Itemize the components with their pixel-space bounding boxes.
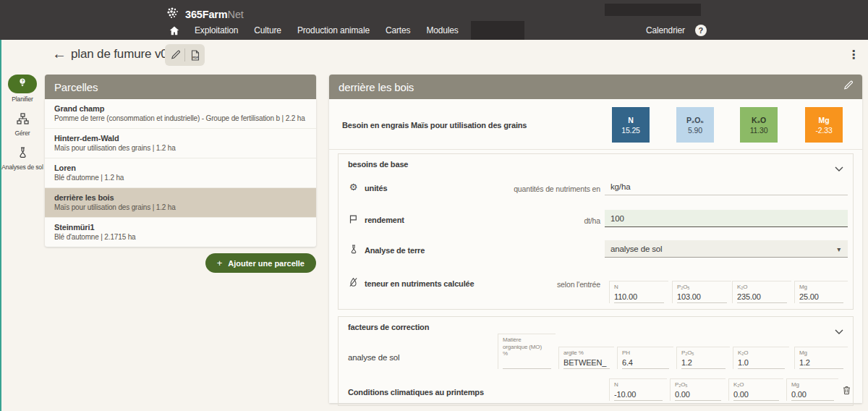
parcel-item-hinterr-dem-wald[interactable]: Hinterr-dem-Wald Maïs pour utilisation d…: [45, 128, 316, 158]
calculated-k2o-field[interactable]: K₂O 235.00: [732, 281, 791, 303]
sidebar-item-planifier[interactable]: ?: [8, 75, 37, 93]
row-analyse-de-sol-correction: analyse de sol Matière organique (MO) % …: [339, 337, 853, 375]
nutrient-badge-p2o5: P₂O₅ 5.90: [676, 107, 714, 143]
sidebar-item-gerer[interactable]: [17, 113, 29, 127]
row-label: analyse de sol: [348, 353, 399, 362]
field-value: 25.00: [799, 292, 843, 303]
droplet-slash-icon: [348, 277, 359, 287]
more-options-kebab-icon[interactable]: ⋮: [848, 48, 859, 62]
parcel-name: Hinterr-dem-Wald: [54, 133, 307, 143]
lightbulb-icon: ?: [17, 77, 27, 90]
calculated-n-field[interactable]: N 110.00: [609, 281, 668, 303]
row-label: Conditions climatiques au printemps: [348, 388, 484, 397]
parcel-detail: Maïs pour utilisation des grains | 1.2 h…: [54, 203, 307, 212]
nav-item-culture[interactable]: Culture: [246, 25, 289, 35]
add-parcel-button[interactable]: + Ajouter une parcelle: [205, 253, 316, 273]
delete-row-trash-icon[interactable]: [843, 386, 851, 395]
detail-panel-header: derrière les bois: [329, 75, 862, 99]
sidebar-item-analyses-de-sol[interactable]: [17, 147, 28, 161]
detail-panel-title: derrière les bois: [339, 81, 414, 93]
nav-item-modules[interactable]: Modules: [418, 25, 466, 35]
back-arrow-icon[interactable]: ←: [52, 46, 67, 62]
parcel-detail: Blé d'automne | 1.2 ha: [54, 173, 307, 182]
climate-mg-field[interactable]: Mg 0.00: [786, 378, 838, 401]
parcels-panel: Parcelles Grand champ Pomme de terre (co…: [45, 75, 316, 273]
badge-value: 5.90: [688, 126, 702, 135]
chevron-down-icon: [835, 161, 843, 174]
parcel-name: derrière les bois: [54, 192, 307, 203]
nutrient-badge-k2o: K₂O 11.30: [740, 107, 778, 143]
topbar-right: Calendrier ?: [646, 21, 707, 40]
section-title: besoins de base: [348, 160, 408, 169]
yield-input[interactable]: 100: [605, 210, 848, 227]
badge-label: P₂O₅: [686, 116, 704, 124]
field-label: N: [614, 284, 664, 291]
plus-icon: +: [217, 258, 223, 268]
k2o-correction-field[interactable]: K₂O 1.0: [733, 347, 789, 369]
parcel-item-steinmuri1[interactable]: Steinmüri1 Blé d'automne | 2.1715 ha: [45, 217, 316, 247]
field-label: Mg: [791, 381, 834, 389]
units-field[interactable]: kg/ha: [605, 178, 848, 195]
section-title: facteurs de correction: [348, 323, 429, 331]
edit-parcel-pencil-icon[interactable]: [843, 80, 853, 93]
export-pdf-icon[interactable]: PDF: [185, 44, 205, 66]
climate-p2o5-field[interactable]: P₂O₅ 0.00: [670, 378, 726, 401]
p2o5-correction-field[interactable]: P₂O₅ 1.2: [676, 347, 730, 369]
field-value: [503, 359, 551, 369]
field-value: 110.00: [614, 292, 664, 303]
row-conditions-climatiques: Conditions climatiques au printemps N -1…: [339, 375, 853, 405]
nav-item-exploitation[interactable]: Exploitation: [187, 25, 246, 35]
flask-icon: [17, 147, 28, 161]
field-value: 0.00: [733, 390, 779, 401]
clay-field[interactable]: argile % BETWEEN_: [558, 347, 614, 369]
row-label: unités: [365, 184, 388, 192]
calendar-link[interactable]: Calendrier: [646, 25, 685, 35]
field-label: Mg: [799, 284, 843, 291]
badge-value: 15.25: [621, 126, 640, 135]
section-besoins-de-base: besoins de base ⚙ unités quantités de nu…: [338, 153, 854, 310]
field-value: 1.2: [681, 358, 726, 369]
help-icon[interactable]: ?: [695, 25, 707, 36]
field-value: 235.00: [737, 292, 787, 303]
redacted-account-area: [605, 4, 701, 16]
edit-pencil-icon[interactable]: [165, 44, 184, 66]
field-value: -10.00: [614, 390, 663, 401]
row-teneur-nutriments: teneur en nutriments calculée selon l'en…: [339, 266, 853, 309]
main-nav: Exploitation Culture Production animale …: [162, 21, 524, 40]
field-value: 103.00: [677, 292, 727, 303]
soil-analysis-select[interactable]: analyse de sol ▾: [605, 240, 848, 258]
nav-item-production-animale[interactable]: Production animale: [289, 25, 378, 35]
home-icon[interactable]: [162, 26, 187, 35]
badge-value: -2.33: [815, 126, 832, 135]
parcel-item-grand-champ[interactable]: Grand champ Pomme de terre (consommation…: [45, 99, 316, 128]
field-label: K₂O: [738, 349, 785, 357]
fertilizer-need-row: Besoin en engrais Maïs pour utilisation …: [329, 99, 862, 150]
left-sidebar: ? Planifier Gérer Analyses de sol: [0, 75, 45, 171]
climate-n-field[interactable]: N -10.00: [609, 378, 667, 401]
parcel-list: Grand champ Pomme de terre (consommation…: [45, 99, 316, 247]
parcel-name: Grand champ: [54, 103, 307, 114]
calculated-mg-field[interactable]: Mg 25.00: [794, 281, 848, 303]
parcel-item-loren[interactable]: Loren Blé d'automne | 1.2 ha: [45, 158, 316, 187]
parcel-item-derriere-les-bois[interactable]: derrière les bois Maïs pour utilisation …: [45, 187, 316, 217]
add-parcel-label: Ajouter une parcelle: [228, 259, 305, 268]
ph-field[interactable]: PH 6.4: [617, 347, 673, 369]
selected-option: analyse de sol: [610, 245, 662, 253]
fertilizer-need-label: Besoin en engrais Maïs pour utilisation …: [342, 121, 527, 130]
parcel-detail: Pomme de terre (consommation et industri…: [54, 114, 307, 123]
section-header-besoins-de-base[interactable]: besoins de base: [339, 154, 853, 174]
climate-k2o-field[interactable]: K₂O 0.00: [728, 378, 783, 401]
section-header-facteurs-de-correction[interactable]: facteurs de correction: [339, 317, 853, 337]
flag-icon: [348, 214, 359, 224]
org-chart-icon: [17, 113, 29, 127]
organic-matter-field[interactable]: Matière organique (MO) %: [498, 334, 556, 369]
field-value: 1.2: [799, 358, 843, 369]
row-rendement: rendement dt/ha 100: [339, 206, 853, 237]
mg-correction-field[interactable]: Mg 1.2: [794, 347, 848, 369]
brand-name: 365FarmNet: [185, 9, 244, 20]
redacted-nav-item: [471, 21, 524, 40]
badge-label: K₂O: [752, 116, 766, 124]
row-label: rendement: [365, 216, 404, 224]
calculated-p2o5-field[interactable]: P₂O₅ 103.00: [672, 281, 731, 303]
nav-item-cartes[interactable]: Cartes: [378, 25, 418, 35]
